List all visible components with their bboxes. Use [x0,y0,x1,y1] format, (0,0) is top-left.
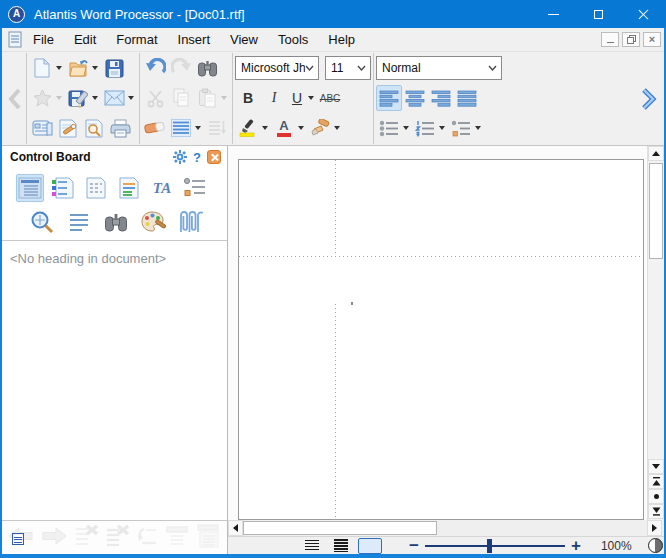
help-icon[interactable]: ? [193,150,201,165]
align-left-button[interactable] [376,85,402,111]
line-spacing-button[interactable] [168,115,194,141]
zoom-slider[interactable] [425,538,565,554]
bold-button[interactable]: B [235,85,261,111]
save-as-dropdown[interactable] [92,96,98,100]
toolbar-scroll-right-button[interactable] [636,87,660,111]
menu-edit[interactable]: Edit [64,30,106,49]
close-button[interactable] [621,0,666,28]
email-dropdown[interactable] [128,96,134,100]
next-page-button[interactable] [648,504,664,519]
theme-toggle-icon[interactable] [648,538,663,553]
vertical-scroll-thumb[interactable] [649,163,663,259]
print-preview-button[interactable] [81,115,107,141]
horizontal-scrollbar[interactable] [228,520,664,536]
demote-heading-button[interactable] [136,526,158,550]
menu-format[interactable]: Format [106,30,167,49]
heading-list-button[interactable] [196,524,220,552]
strikethrough-button[interactable]: ABC [317,85,343,111]
font-name-combo[interactable]: Microsoft Jh [235,56,319,80]
undo-button[interactable] [142,55,168,81]
multilevel-list-button[interactable] [448,115,474,141]
scroll-down-button[interactable] [648,459,664,474]
format-painter-dropdown[interactable] [334,126,340,130]
previous-page-button[interactable] [648,474,664,489]
forward-button[interactable] [41,526,67,550]
web-view-button[interactable] [329,538,353,554]
underline-dropdown[interactable] [308,96,314,100]
menu-insert[interactable]: Insert [168,30,221,49]
multilevel-list-dropdown[interactable] [475,126,481,130]
vertical-scroll-track[interactable] [648,259,664,459]
gear-icon[interactable] [173,150,187,164]
favorites-button[interactable] [29,85,55,111]
redo-button[interactable] [168,55,194,81]
search-tab[interactable] [102,208,130,236]
document-options-button[interactable] [55,115,81,141]
copy-button[interactable] [168,85,194,111]
align-center-button[interactable] [402,85,428,111]
save-button[interactable] [101,55,127,81]
font-styles-tab[interactable]: TA [148,174,176,202]
underline-button[interactable]: U [287,85,307,111]
bullet-list-button[interactable] [376,115,402,141]
save-as-button[interactable] [65,85,91,111]
paragraphs-tab[interactable] [65,208,93,236]
bookmarks-tab[interactable] [49,174,77,202]
align-right-button[interactable] [428,85,454,111]
highlight-dropdown[interactable] [262,126,268,130]
document-properties-button[interactable] [29,115,55,141]
paste-dropdown[interactable] [221,96,227,100]
mdi-restore-button[interactable] [622,32,640,47]
minimize-button[interactable] [531,0,576,28]
cut-button[interactable] [142,85,168,111]
style-combo[interactable]: Normal [376,56,502,80]
print-button[interactable] [107,115,133,141]
menu-help[interactable]: Help [318,30,365,49]
document-page[interactable] [238,159,644,520]
draft-view-button[interactable] [300,538,324,554]
format-painter-button[interactable] [307,115,333,141]
outline-tab[interactable] [181,174,209,202]
horizontal-scroll-track[interactable] [437,520,647,536]
mdi-close-button[interactable]: × [643,32,661,47]
mdi-minimize-button[interactable] [601,32,619,47]
line-spacing-dropdown[interactable] [195,126,201,130]
print-layout-view-button[interactable] [358,538,382,554]
zoom-in-button[interactable]: + [571,537,581,554]
panel-close-button[interactable] [207,150,221,164]
font-size-combo[interactable]: 11 [325,56,371,80]
maximize-button[interactable] [576,0,621,28]
attachments-tab[interactable] [176,208,204,236]
vertical-scrollbar[interactable] [647,146,664,520]
eraser-button[interactable] [142,115,168,141]
notes-tab[interactable] [82,174,110,202]
numbered-list-button[interactable] [412,115,438,141]
email-button[interactable] [101,85,127,111]
zoom-tab[interactable] [28,208,56,236]
align-justify-button[interactable] [454,85,480,111]
headings-tab[interactable] [16,174,44,202]
font-color-button[interactable]: A [271,115,297,141]
remove-all-headings-button[interactable] [105,525,129,551]
scroll-left-button[interactable] [228,520,243,536]
toolbar-scroll-left-button[interactable] [2,52,26,145]
numbered-list-dropdown[interactable] [439,126,445,130]
sort-button[interactable] [204,115,230,141]
italic-button[interactable]: I [261,85,287,111]
open-button[interactable] [65,55,91,81]
new-document-dropdown[interactable] [56,66,62,70]
paste-button[interactable] [194,85,220,111]
find-button[interactable] [194,55,220,81]
new-document-button[interactable] [29,55,55,81]
bullet-list-dropdown[interactable] [403,126,409,130]
favorites-dropdown[interactable] [56,96,62,100]
colors-tab[interactable] [139,208,167,236]
horizontal-scroll-thumb[interactable] [243,521,437,535]
scroll-right-button[interactable] [647,520,662,536]
menu-tools[interactable]: Tools [268,30,318,49]
remove-heading-button[interactable] [74,525,98,551]
zoom-out-button[interactable]: − [409,537,419,554]
promote-heading-button[interactable] [165,525,189,551]
menu-view[interactable]: View [220,30,268,49]
open-dropdown[interactable] [92,66,98,70]
